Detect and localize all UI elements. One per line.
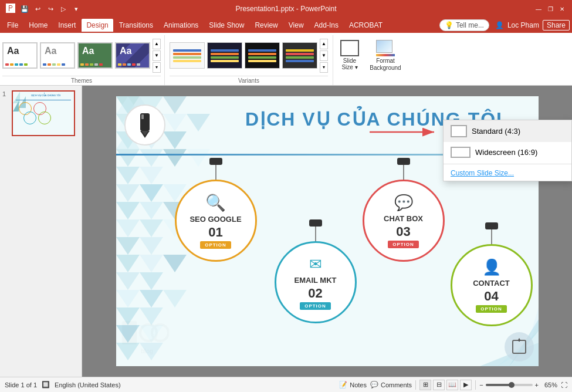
restore-button[interactable]: ❐ — [545, 4, 556, 14]
accessibility-icon[interactable]: 🔲 — [42, 381, 50, 388]
widescreen-size-label: Widescreen (16:9) — [475, 148, 537, 157]
zoom-controls: − + 65% — [479, 381, 557, 388]
menu-design[interactable]: Design — [82, 19, 113, 32]
svg-marker-26 — [116, 202, 140, 219]
format-bg-icon-wrapper — [376, 40, 395, 56]
pen-circle — [124, 104, 165, 146]
variant-3[interactable] — [245, 42, 280, 69]
normal-view-button[interactable]: ⊞ — [419, 380, 431, 390]
standard-size-option[interactable]: Standard (4:3) — [444, 120, 571, 142]
slide-sorter-button[interactable]: ⊟ — [433, 380, 445, 390]
email-title: EMAIL MKT — [295, 276, 337, 285]
reading-view-button[interactable]: 📖 — [446, 380, 458, 390]
svg-marker-18 — [140, 149, 163, 167]
svg-marker-37 — [116, 272, 140, 290]
slideshow-view-button[interactable]: ▶ — [460, 380, 472, 390]
comments-label: Comments — [381, 381, 412, 388]
format-bg-label: Format Background — [368, 58, 402, 72]
format-background-button[interactable]: Format Background — [365, 38, 406, 74]
ribbon: Aa Aa — [0, 33, 572, 86]
variants-scroll-down[interactable]: ▼ — [320, 50, 328, 61]
seo-number: 01 — [208, 225, 222, 240]
slide-size-button[interactable]: SlideSize ▾ — [337, 38, 363, 73]
rotate-icon[interactable] — [505, 332, 534, 361]
close-button[interactable]: ✕ — [557, 4, 567, 14]
slideshow-icon[interactable]: ▷ — [57, 3, 69, 15]
redo-icon[interactable]: ↪ — [45, 3, 56, 15]
slide-size-label: SlideSize ▾ — [341, 58, 357, 70]
svg-marker-32 — [116, 237, 140, 255]
slide-thumbnail-1: 1 DỊCH VỤ CỦA CHÚNG TÔI — [2, 90, 79, 136]
save-icon[interactable]: 💾 — [19, 3, 31, 15]
svg-marker-41 — [163, 290, 187, 307]
tell-me-box[interactable]: 💡 Tell me... — [439, 19, 489, 31]
theme-4[interactable]: Aa — [115, 42, 150, 69]
zoom-level[interactable]: 65% — [541, 381, 557, 388]
menu-file[interactable]: File — [2, 19, 23, 32]
notes-label: Notes — [350, 381, 367, 388]
user-icon: 👤 — [495, 21, 504, 29]
menu-bar: File Home Insert Design Transitions Anim… — [0, 18, 572, 33]
slide-tools-section: SlideSize ▾ Format Background — [333, 35, 409, 85]
menu-review[interactable]: Review — [250, 19, 282, 32]
menu-view[interactable]: View — [284, 19, 309, 32]
string-seo — [215, 165, 216, 180]
theme-1[interactable]: Aa — [2, 42, 38, 69]
slide-size-icon-wrapper — [340, 40, 359, 56]
minimize-button[interactable]: — — [533, 4, 544, 14]
email-icon: ✉ — [309, 255, 322, 273]
menu-insert[interactable]: Insert — [53, 19, 80, 32]
variants-section: ▲ ▼ ▾ Variants — [165, 35, 333, 85]
menu-addins[interactable]: Add-Ins — [310, 19, 343, 32]
svg-text:blog: blog — [141, 348, 153, 354]
ornament-email: ✉ EMAIL MKT 02 OPTION — [275, 219, 357, 323]
themes-label: Themes — [2, 76, 161, 85]
user-name[interactable]: Loc Pham — [507, 21, 539, 29]
chat-title: CHAT BOX — [384, 214, 423, 223]
zoom-in-button[interactable]: + — [535, 381, 539, 388]
zoom-slider-thumb[interactable] — [509, 382, 515, 388]
widescreen-size-option[interactable]: Widescreen (16:9) — [444, 142, 571, 163]
menu-slideshow[interactable]: Slide Show — [204, 19, 249, 32]
custom-size-option[interactable]: Custom Slide Size... — [444, 165, 571, 181]
notes-button[interactable]: 📝 Notes — [339, 381, 367, 388]
zoom-out-button[interactable]: − — [479, 381, 483, 388]
variant-2[interactable] — [207, 42, 242, 69]
quick-access-toolbar: 💾 ↩ ↪ ▷ ▾ — [19, 3, 82, 15]
undo-icon[interactable]: ↩ — [32, 3, 43, 15]
slide-thumbnail[interactable]: DỊCH VỤ CỦA CHÚNG TÔI — [12, 90, 75, 136]
svg-marker-17 — [116, 149, 140, 167]
themes-more[interactable]: ▾ — [153, 62, 161, 73]
menu-acrobat[interactable]: ACROBAT — [344, 19, 387, 32]
svg-marker-38 — [140, 272, 163, 290]
variants-more[interactable]: ▾ — [320, 62, 328, 73]
menu-home[interactable]: Home — [24, 19, 52, 32]
zoom-slider[interactable] — [486, 384, 533, 386]
clip-contact — [485, 222, 498, 229]
menu-animations[interactable]: Animations — [159, 19, 203, 32]
fit-page-button[interactable]: ⛶ — [561, 381, 567, 388]
svg-marker-23 — [116, 184, 140, 202]
window-title: Presentation1.pptx - PowerPoint — [235, 5, 336, 13]
comments-button[interactable]: 💬 Comments — [370, 381, 412, 388]
svg-marker-22 — [140, 167, 163, 184]
svg-marker-9 — [163, 114, 187, 131]
themes-scroll-down[interactable]: ▼ — [153, 50, 161, 61]
view-buttons: ⊞ ⊟ 📖 ▶ — [419, 380, 472, 390]
clip-chat — [397, 158, 410, 165]
theme-3[interactable]: Aa — [77, 42, 113, 69]
string-email — [315, 227, 316, 241]
svg-marker-39 — [116, 290, 140, 307]
share-button[interactable]: Share — [543, 20, 570, 31]
variants-scroll-up[interactable]: ▲ — [320, 39, 328, 49]
theme-2[interactable]: Aa — [40, 42, 75, 69]
svg-point-58 — [152, 325, 168, 341]
svg-marker-34 — [116, 255, 140, 272]
variant-1[interactable] — [170, 42, 205, 69]
ornament-seo: 🔍 SEO GOOGLE 01 OPTION — [175, 158, 257, 262]
customize-icon[interactable]: ▾ — [70, 3, 82, 15]
status-bar: Slide 1 of 1 🔲 English (United States) 📝… — [0, 377, 572, 392]
menu-transitions[interactable]: Transitions — [114, 19, 158, 32]
themes-scroll-up[interactable]: ▲ — [153, 39, 161, 49]
variant-4[interactable] — [282, 42, 317, 69]
